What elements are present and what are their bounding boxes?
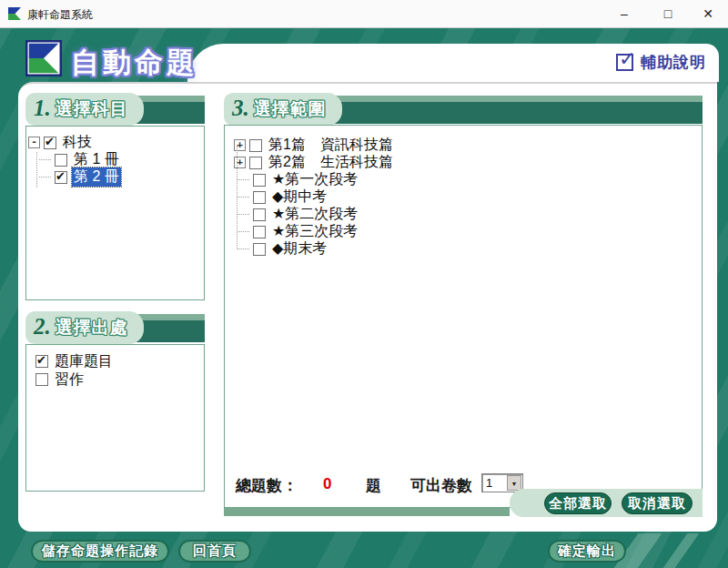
home-button[interactable]: 回首頁 [178,540,251,563]
subject-tree-panel: - 科技 第 1 冊 第 2 冊 [25,126,205,300]
total-questions-label: 總題數： [236,475,298,496]
section2-title: 選擇出處 [56,316,128,340]
checkbox[interactable] [253,191,266,204]
source-item-label[interactable]: 習作 [53,370,86,390]
window-titlebar: 康軒命題系統 – □ ✕ [0,0,728,28]
range-tree: + 第1篇 資訊科技篇 + 第2篇 生活科技篇 ★第一次段考 ◆期中考 ★第二次… [225,126,702,258]
checkbox[interactable] [35,355,48,368]
app-logo-icon-large [25,40,62,80]
header-white-swoosh: 輔助說明 [187,44,719,82]
tree-row: ★第二次段考 [232,206,702,223]
checkbox[interactable] [249,157,262,169]
collapse-icon[interactable]: - [28,137,40,148]
tree-item-label[interactable]: 第2篇 生活科技篇 [267,153,395,172]
help-link[interactable]: 輔助說明 [616,52,706,73]
checkbox[interactable] [55,154,67,167]
tree-connector [39,159,51,160]
page-title: 自動命題 [71,44,198,82]
papers-count-label: 可出卷數 [410,475,472,496]
confirm-output-button[interactable]: 確定輸出 [548,540,626,563]
section2-header-tab: 2. 選擇出處 [25,311,144,344]
tree-row: + 第2篇 生活科技篇 [232,154,702,171]
checkbox[interactable] [35,373,48,386]
list-item: 題庫題目 [35,352,204,370]
section2-number: 2. [34,314,51,340]
tree-row: - 科技 [26,134,204,151]
tree-connector [39,177,51,178]
list-item: 習作 [35,370,204,389]
window-title: 康軒命題系統 [27,7,93,23]
section1-header-tab: 1. 選擇科目 [25,93,144,126]
background-streak [663,533,700,568]
select-buttons-tray: 全部選取 取消選取 [510,489,703,517]
checkbox[interactable] [253,174,266,187]
section2-header: 2. 選擇出處 [25,311,205,344]
tree-row: ★第三次段考 [232,223,702,240]
tree-item-label[interactable]: 第 2 冊 [72,167,121,187]
tree-item-label[interactable]: ◆期末考 [270,239,329,259]
checkbox[interactable] [249,139,262,152]
checkbox[interactable] [55,171,67,184]
source-list: 題庫題目 習作 [26,345,204,389]
section1-title: 選擇科目 [56,97,128,121]
checkbox[interactable] [253,208,266,221]
tree-connector [238,214,249,215]
papers-count-value: 1 [486,476,492,490]
minimize-button[interactable]: – [606,0,642,27]
section1-number: 1. [34,96,51,121]
dropdown-arrow-icon[interactable] [507,475,521,491]
source-item-label[interactable]: 題庫題目 [53,352,115,371]
tree-connector [238,248,249,249]
save-record-button[interactable]: 儲存命題操作記錄 [31,540,169,563]
questions-unit-label: 題 [366,475,381,496]
tree-row: ★第一次段考 [232,171,702,188]
tree-connector [238,197,249,198]
tree-item-label[interactable]: 第 1 冊 [72,150,121,169]
deselect-button[interactable]: 取消選取 [622,492,693,514]
tree-item-label[interactable]: ◆期中考 [270,188,329,207]
section3-number: 3. [232,96,249,121]
tree-connector [238,231,249,232]
section3-title: 選擇範圍 [254,97,327,121]
tree-item-label[interactable]: ★第三次段考 [270,222,359,241]
source-panel: 題庫題目 習作 [25,344,205,492]
help-label: 輔助說明 [641,52,706,73]
section3-header-tab: 3. 選擇範圍 [224,93,342,126]
section3-header: 3. 選擇範圍 [224,93,703,126]
expand-icon[interactable]: + [234,157,246,168]
tree-row: 第 2 冊 [39,168,204,186]
total-questions-value: 0 [323,475,331,493]
tree-connector [238,179,249,180]
subject-tree: - 科技 第 1 冊 第 2 冊 [26,127,204,186]
tree-row: 第 1 冊 [39,151,204,168]
checkbox[interactable] [44,137,56,149]
close-button[interactable]: ✕ [690,0,726,27]
tree-item-label[interactable]: 第1篇 資訊科技篇 [267,136,395,155]
tree-guide-line [36,152,37,188]
tree-guide-line [237,146,238,249]
checked-box-icon [616,54,633,71]
checkbox[interactable] [253,226,266,238]
select-all-button[interactable]: 全部選取 [544,492,612,514]
expand-icon[interactable]: + [234,139,246,151]
checkbox[interactable] [253,243,266,256]
tree-row: ◆期中考 [232,188,702,206]
tree-row: ◆期末考 [232,240,702,258]
range-panel-footer-bar [224,508,510,516]
app-logo-icon [7,6,22,25]
section1-header: 1. 選擇科目 [25,93,205,126]
tree-item-label[interactable]: 科技 [61,133,94,152]
tree-row: + 第1篇 資訊科技篇 [232,137,702,154]
range-panel: + 第1篇 資訊科技篇 + 第2篇 生活科技篇 ★第一次段考 ◆期中考 ★第二次… [224,125,703,508]
section3-header-bar [315,102,703,124]
maximize-button[interactable]: □ [650,0,686,27]
tree-item-label[interactable]: ★第二次段考 [270,205,359,224]
tree-item-label[interactable]: ★第一次段考 [270,170,359,189]
